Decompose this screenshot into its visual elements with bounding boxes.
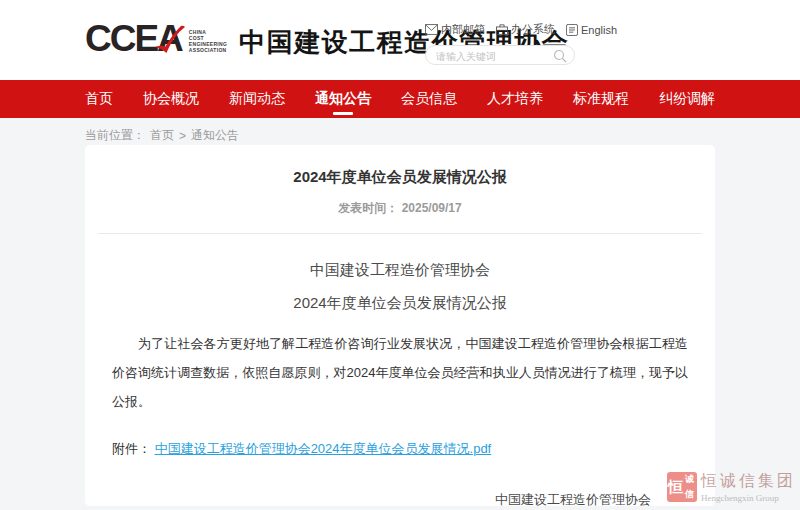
article-card: 2024年度单位会员发展情况公报 发表时间： 2025/09/17 中国建设工程… — [85, 145, 715, 506]
attachment-label: 附件： — [112, 441, 151, 456]
logo-subtext: CHINA COST ENGINEERING ASSOCIATION — [189, 29, 227, 53]
nav-item-home[interactable]: 首页 — [85, 80, 113, 118]
signature-block: 中国建设工程造价管理协会 2025年9月17日 — [495, 491, 651, 510]
internal-mail-link[interactable]: 内部邮箱 — [425, 22, 485, 37]
search-icon — [553, 49, 567, 63]
signature-org: 中国建设工程造价管理协会 — [495, 491, 651, 509]
publish-time-label: 发表时间： — [338, 201, 398, 215]
nav-item-news[interactable]: 新闻动态 — [229, 80, 285, 118]
ccea-wordmark: CCEA — [85, 17, 182, 61]
doc-paragraph: 为了让社会各方更好地了解工程造价咨询行业发展状况，中国建设工程造价管理协会根据工… — [112, 329, 688, 416]
publish-time-value: 2025/09/17 — [402, 201, 462, 215]
doc-heading-org: 中国建设工程造价管理协会 — [85, 261, 715, 280]
breadcrumb-current: 通知公告 — [191, 127, 239, 144]
translate-icon — [566, 24, 578, 36]
watermark-name-cn: 恒诚信集团 — [701, 471, 796, 492]
hengchengxin-watermark: 恒 诚 信 恒诚信集团 Hengchengxin Group — [667, 471, 796, 503]
article-meta: 发表时间： 2025/09/17 — [85, 200, 715, 217]
article-title: 2024年度单位会员发展情况公报 — [85, 145, 715, 187]
site-header: CCEA CHINA COST ENGINEERING ASSOCIATION … — [0, 0, 800, 80]
article-divider — [98, 233, 702, 234]
nav-item-standards[interactable]: 标准规程 — [573, 80, 629, 118]
breadcrumb-separator: > — [179, 129, 186, 143]
nav-item-talent-training[interactable]: 人才培养 — [487, 80, 543, 118]
nav-item-association-overview[interactable]: 协会概况 — [143, 80, 199, 118]
watermark-name-en: Hengchengxin Group — [701, 493, 796, 503]
nav-item-notices[interactable]: 通知公告 — [315, 80, 371, 118]
main-nav: 首页 协会概况 新闻动态 通知公告 会员信息 人才培养 标准规程 纠纷调解 — [0, 80, 800, 118]
office-system-icon — [496, 24, 508, 35]
search-button[interactable] — [553, 49, 567, 63]
internal-mail-label: 内部邮箱 — [441, 22, 485, 37]
english-link[interactable]: English — [566, 24, 617, 36]
doc-heading-title: 2024年度单位会员发展情况公报 — [85, 294, 715, 313]
topbar: 内部邮箱 办公系统 — [425, 22, 617, 65]
nav-item-dispute-mediation[interactable]: 纠纷调解 — [659, 80, 715, 118]
english-label: English — [581, 24, 617, 36]
breadcrumb-home-link[interactable]: 首页 — [150, 127, 174, 144]
mail-icon — [425, 24, 438, 35]
hengchengxin-logo-icon: 恒 诚 信 — [667, 472, 697, 502]
active-tab-indicator — [333, 112, 353, 115]
watermark-text: 恒诚信集团 Hengchengxin Group — [701, 471, 796, 503]
office-system-link[interactable]: 办公系统 — [496, 22, 555, 37]
nav-item-notices-label: 通知公告 — [315, 90, 371, 106]
attachment-pdf-link[interactable]: 中国建设工程造价管理协会2024年度单位会员发展情况.pdf — [155, 441, 492, 456]
search-input[interactable] — [426, 48, 574, 66]
nav-item-member-info[interactable]: 会员信息 — [401, 80, 457, 118]
office-system-label: 办公系统 — [511, 22, 555, 37]
breadcrumb-prefix: 当前位置： — [85, 127, 145, 144]
logo-swoosh-icon — [154, 25, 186, 55]
attachment-row: 附件： 中国建设工程造价管理协会2024年度单位会员发展情况.pdf — [112, 440, 688, 458]
top-links: 内部邮箱 办公系统 — [425, 22, 617, 37]
search-box — [425, 45, 575, 65]
breadcrumb: 当前位置： 首页 > 通知公告 — [85, 118, 715, 144]
